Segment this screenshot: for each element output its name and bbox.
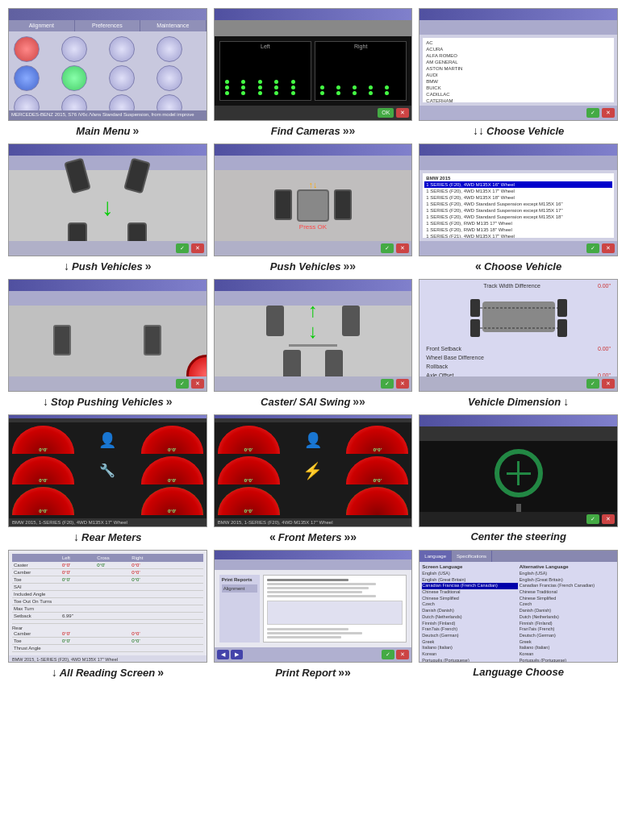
- svg-rect-1: [470, 319, 480, 337]
- caption-center-steering: Center the steering: [470, 530, 565, 543]
- arrow-right-fm: »»: [344, 530, 357, 543]
- cell-caster-sai: ↑ ↓ ✓ ✕: [214, 279, 413, 408]
- arrow-right-sp: »: [166, 395, 173, 408]
- arrow-pr: »»: [338, 666, 351, 679]
- arrow-pv1: ↓: [64, 260, 69, 272]
- arrow-left-fm: «: [269, 530, 276, 543]
- caption-row-stop-pushing: ↓ Stop Pushing Vehicles »: [8, 395, 207, 408]
- arrow-pv2: »»: [344, 260, 357, 272]
- cell-center-steering: ✓ ✕ Center the steering: [419, 414, 618, 543]
- screen-front-meters: 0°0' 👤 0°0' 0°0' ⚡ 0°0' 0°0' BMW 2015, 1…: [214, 414, 413, 527]
- screen-choose-vehicle-2: BMW 2015 1 SERIES (F20), 4WD M135X 16" W…: [419, 143, 618, 256]
- screen-caster-sai: ↑ ↓ ✓ ✕: [214, 279, 413, 392]
- caption-print-report: Print Report: [275, 667, 336, 679]
- caption-row-push-vehicles-1: ↓ Push Vehicles »: [8, 260, 207, 272]
- svg-rect-3: [557, 319, 567, 337]
- screen-find-cameras: Left Right: [214, 8, 413, 121]
- arrow-vd: ↓: [563, 395, 569, 408]
- arrow-right-pv1: »: [145, 260, 152, 272]
- arrow-left-choose-vehicle-1: ↓↓: [473, 124, 484, 137]
- arrow-find-cameras: »»: [343, 124, 356, 137]
- cell-print-report: Print Reports Alignment: [214, 550, 413, 679]
- caption-rear-meters: Rear Meters: [81, 531, 141, 543]
- svg-rect-2: [557, 299, 567, 317]
- screen-main-menu: Alignment Preferences Maintenance: [8, 8, 207, 121]
- arrow-rm: ↓: [73, 530, 79, 543]
- screen-all-reading: Left Cross Right Caster0°0'0°0'0°0' Camb…: [8, 550, 207, 663]
- caption-vehicle-dimension: Vehicle Dimension: [468, 396, 561, 408]
- cell-rear-meters: 0°0' 👤 0°0' 0°0' 🔧 0°0' 0°0' 0°0' BMW 20…: [8, 414, 207, 543]
- caption-push-vehicles-1: Push Vehicles: [72, 260, 143, 272]
- arrow-right-ar: »: [157, 666, 164, 679]
- svg-rect-4: [482, 301, 555, 332]
- cell-choose-vehicle-1: AC ACURA ALFA ROMEO AM GENERAL ASTON MAR…: [419, 8, 618, 137]
- cell-push-vehicles-2: ↑↓ Press OK ✓ ✕ Push Vehicles »»: [214, 143, 413, 272]
- caption-row-rear-meters: ↓ Rear Meters: [8, 530, 207, 543]
- arrow-caster-sai: »»: [353, 395, 365, 408]
- screen-vehicle-dimension: Track Width Difference 0.00": [419, 279, 618, 392]
- caption-row-choose-vehicle-2: « Choose Vehicle: [419, 260, 618, 272]
- caption-row-front-meters: « Front Meters »»: [214, 530, 413, 543]
- cell-find-cameras: Left Right: [214, 8, 413, 137]
- caption-push-vehicles-2: Push Vehicles: [270, 260, 341, 272]
- screen-rear-meters: 0°0' 👤 0°0' 0°0' 🔧 0°0' 0°0' 0°0' BMW 20…: [8, 414, 207, 527]
- cell-vehicle-dimension: Track Width Difference 0.00": [419, 279, 618, 408]
- caption-front-meters: Front Meters: [278, 531, 342, 543]
- screen-push-vehicles-2: ↑↓ Press OK ✓ ✕: [214, 143, 413, 256]
- screen-push-vehicles-1: ↓ ✓ ✕: [8, 143, 207, 256]
- arrow-main-menu: »: [133, 124, 140, 137]
- screen-choose-vehicle-1: AC ACURA ALFA ROMEO AM GENERAL ASTON MAR…: [419, 8, 618, 121]
- cell-push-vehicles-1: ↓ ✓ ✕ ↓ Push Vehicles »: [8, 143, 207, 272]
- screenshot-grid: Alignment Preferences Maintenance: [0, 0, 626, 687]
- caption-row-center-steering: Center the steering: [419, 530, 618, 543]
- caption-row-print-report: Print Report »»: [214, 666, 413, 679]
- caption-row-language: Language Choose: [419, 666, 618, 678]
- caption-row-all-reading: ↓ All Reading Screen »: [8, 666, 207, 679]
- svg-rect-0: [470, 299, 480, 317]
- caption-row-vehicle-dimension: Vehicle Dimension ↓: [419, 395, 618, 408]
- caption-find-cameras: Find Cameras: [271, 125, 340, 137]
- arrow-left-cv2: «: [475, 260, 482, 272]
- cell-all-reading: Left Cross Right Caster0°0'0°0'0°0' Camb…: [8, 550, 207, 679]
- caption-stop-pushing: Stop Pushing Vehicles: [51, 396, 164, 408]
- caption-caster-sai: Caster/ SAI Swing: [261, 396, 350, 408]
- caption-choose-vehicle-1: Choose Vehicle: [486, 125, 564, 137]
- caption-choose-vehicle-2: Choose Vehicle: [484, 260, 561, 272]
- cell-main-menu: Alignment Preferences Maintenance: [8, 8, 207, 137]
- cell-stop-pushing: ✓ ✕ ↓ Stop Pushing Vehicles »: [8, 279, 207, 408]
- caption-row-find-cameras: Find Cameras »»: [214, 124, 413, 137]
- arrow-sp: ↓: [43, 395, 48, 408]
- cell-language: Language Specifications Screen Language …: [419, 550, 618, 679]
- caption-row-choose-vehicle-1: ↓↓ Choose Vehicle: [419, 124, 618, 137]
- caption-main-menu: Main Menu: [76, 125, 130, 137]
- caption-row-main-menu: Main Menu »: [8, 124, 207, 137]
- screen-language: Language Specifications Screen Language …: [419, 550, 618, 663]
- caption-row-push-vehicles-2: Push Vehicles »»: [214, 260, 413, 272]
- caption-row-caster-sai: Caster/ SAI Swing »»: [214, 395, 413, 408]
- cell-front-meters: 0°0' 👤 0°0' 0°0' ⚡ 0°0' 0°0' BMW 2015, 1…: [214, 414, 413, 543]
- caption-all-reading: All Reading Screen: [60, 667, 155, 679]
- cell-choose-vehicle-2: BMW 2015 1 SERIES (F20), 4WD M135X 16" W…: [419, 143, 618, 272]
- screen-center-steering: ✓ ✕: [419, 414, 618, 527]
- screen-print-report: Print Reports Alignment: [214, 550, 413, 663]
- caption-language: Language Choose: [473, 666, 564, 678]
- screen-stop-pushing: ✓ ✕: [8, 279, 207, 392]
- arrow-ar: ↓: [52, 666, 57, 679]
